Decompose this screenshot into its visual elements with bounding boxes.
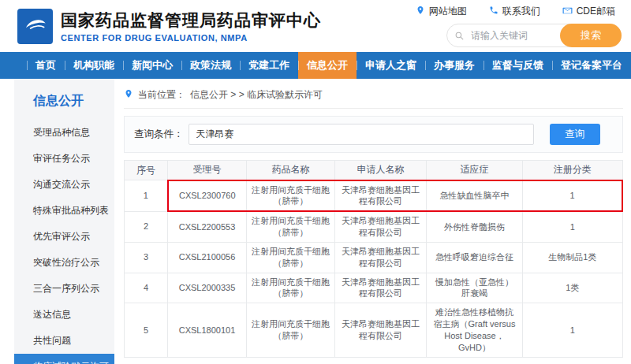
cell-applicant: 天津昂赛细胞基因工程有限公司 [335,211,427,242]
cde-mail-label: CDE邮箱 [577,5,615,18]
nav-item-label: 政策法规 [190,58,231,72]
cell-no: 5 [125,303,168,357]
cell-applicant: 天津昂赛细胞基因工程有限公司 [335,273,427,303]
cell-drug-name: 注射用间充质干细胞（脐带） [247,180,335,212]
table-row[interactable]: 3 CXSL2100056 注射用间充质干细胞（脐带） 天津昂赛细胞基因工程有限… [125,242,623,273]
cell-no: 3 [125,242,168,273]
sidebar-item-label: 审评任务公示 [33,153,90,164]
cell-no: 4 [125,273,168,303]
sidebar-item-label: 沟通交流公示 [33,179,90,190]
cell-indication: 急性呼吸窘迫综合征 [427,242,523,273]
table-header-cell: 药品名称 [247,161,335,180]
table-header-cell: 受理号 [168,161,247,180]
sidebar-item[interactable]: 三合一序列公示 [14,276,114,302]
sitemap-label: 网站地图 [429,5,467,18]
sidebar-item-label: 特殊审批品种列表 [33,205,109,216]
breadcrumb-path[interactable]: 信息公开 > > 临床试验默示许可 [190,88,323,102]
cell-drug-name: 注射用间充质干细胞（脐带） [247,211,335,242]
nav-item[interactable]: 党建工作 [240,52,298,79]
brand-block: 国家药品监督管理局药品审评中心 CENTER FOR DRUG EVALUATI… [61,9,321,43]
sidebar-item-label: 共性问题 [33,335,71,346]
site-header: 国家药品监督管理局药品审评中心 CENTER FOR DRUG EVALUATI… [0,0,631,52]
cde-mail-link[interactable]: CDE邮箱 [562,5,615,18]
nav-item-label: 信息公开 [307,58,348,72]
table-row[interactable]: 2 CXSL2200553 注射用间充质干细胞（脐带） 天津昂赛细胞基因工程有限… [125,211,623,242]
query-button[interactable]: 查询 [550,124,600,145]
sidebar-item[interactable]: 受理品种信息 [14,120,114,146]
phone-icon [489,6,498,17]
nav-item-label: 首页 [35,58,56,72]
nav-item[interactable]: 首页 [27,52,65,79]
table-header-row: 序号 受理号 药品名称 申请人名称 适应症 注册分类 [125,161,623,180]
site-search: 搜索 [446,24,622,47]
sidebar-item[interactable]: 突破性治疗公示 [14,250,114,276]
sidebar-item[interactable]: 优先审评公示 [14,224,114,250]
contact-link[interactable]: 联系我们 [489,5,540,18]
cell-category: 1 [523,211,623,242]
nav-item[interactable]: 办事服务 [425,52,484,79]
sidebar-item[interactable]: 共性问题 [14,328,114,354]
sidebar-item-label: 三合一序列公示 [33,283,99,294]
breadcrumb-label: 当前位置： [138,88,185,102]
sidebar-item-label: 突破性治疗公示 [33,257,99,268]
sidebar-item[interactable]: 沟通交流公示 [14,172,114,198]
cell-acceptance-no: CXSL2000335 [168,273,247,303]
nav-item-label: 监督与反馈 [492,58,543,72]
nav-item[interactable]: 监督与反馈 [484,52,552,79]
cell-category: 1类 [523,273,623,303]
mail-icon [562,6,573,18]
sidebar-item[interactable]: 送达信息 [14,302,114,328]
cell-no: 2 [125,211,168,242]
sidebar-item[interactable]: 特殊审批品种列表 [14,198,114,224]
cell-applicant: 天津昂赛细胞基因工程有限公司 [335,303,427,357]
quick-links: 网站地图 联系我们 CDE邮箱 [416,5,615,18]
cell-category: 生物制品1类 [523,242,623,273]
nav-item[interactable]: 机构职能 [65,52,123,79]
nav-item[interactable]: 新闻中心 [123,52,181,79]
nav-item-label: 机构职能 [73,58,114,72]
sidebar-menu: 受理品种信息 审评任务公示 沟通交流公示 特殊审批品种列表 优先审评公示 [14,120,114,364]
nav-item[interactable]: 信息公开 [298,52,357,79]
cell-drug-name: 注射用间充质干细胞（脐带） [247,242,335,273]
cell-no: 1 [125,180,168,212]
nav-item[interactable]: 申请人之窗 [357,52,425,79]
table-header-cell: 适应症 [427,161,523,180]
nav-item[interactable]: 政策法规 [181,52,240,79]
query-panel: 查询条件： 查询 [124,116,623,153]
nav-item-label: 申请人之窗 [365,58,416,72]
query-input[interactable] [189,124,534,145]
logo-swoosh-icon [22,11,49,41]
map-pin-icon [416,6,425,17]
cell-acceptance-no: CXSL1800101 [168,303,247,357]
sidebar-item[interactable]: 临床试验默示许可 [14,354,114,364]
search-button[interactable]: 搜索 [560,24,622,47]
cell-acceptance-no: CXSL2200553 [168,211,247,242]
nav-item-label: 登记备案平台 [561,58,622,72]
cell-category: 1 [523,180,623,212]
main-nav: 首页 机构职能 新闻中心 政策法规 党建工作 信息公开 申请人之窗 办事服务 监… [0,52,631,79]
cde-logo [17,9,53,44]
table-row[interactable]: 4 CXSL2000335 注射用间充质干细胞（脐带） 天津昂赛细胞基因工程有限… [125,273,623,303]
table-row[interactable]: 1 CXSL2300760 注射用间充质干细胞（脐带） 天津昂赛细胞基因工程有限… [125,180,623,212]
nav-item-label: 新闻中心 [132,58,173,72]
nav-item-label: 办事服务 [434,58,475,72]
sitemap-link[interactable]: 网站地图 [416,5,467,18]
cell-indication: 急性缺血性脑卒中 [427,180,523,212]
sidebar-item[interactable]: 审评任务公示 [14,146,114,172]
cell-drug-name: 注射用间充质干细胞（脐带） [247,273,335,303]
table-header-cell: 注册分类 [523,161,623,180]
table-header-cell: 序号 [125,161,168,180]
breadcrumb: 当前位置： 信息公开 > > 临床试验默示许可 [124,88,623,109]
sidebar-item-label: 优先审评公示 [33,231,90,242]
main-content: 当前位置： 信息公开 > > 临床试验默示许可 查询条件： 查询 序号 受理号 [114,79,631,364]
cell-indication: 外伤性脊髓损伤 [427,211,523,242]
cell-applicant: 天津昂赛细胞基因工程有限公司 [335,242,427,273]
cell-indication: 难治性急性移植物抗宿主病（Graft versus Host Disease，G… [427,303,523,357]
cell-indication: 慢加急性（亚急性）肝衰竭 [427,273,523,303]
nav-item-label: 党建工作 [248,58,289,72]
table-row[interactable]: 5 CXSL1800101 注射用间充质干细胞（脐带） 天津昂赛细胞基因工程有限… [125,303,623,357]
sidebar-title: 信息公开 [14,90,114,120]
sidebar-item-label: 送达信息 [33,309,71,320]
cell-drug-name: 注射用间充质干细胞（脐带） [247,303,335,357]
nav-item[interactable]: 登记备案平台 [552,52,631,79]
